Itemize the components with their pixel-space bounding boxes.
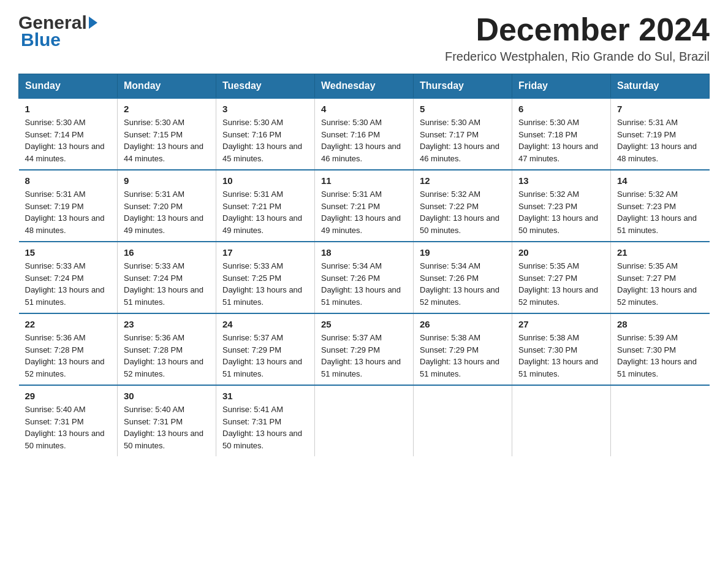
day-number: 11	[321, 175, 407, 186]
day-info: Sunrise: 5:33 AMSunset: 7:25 PMDaylight:…	[222, 260, 308, 308]
header-saturday: Saturday	[611, 74, 710, 99]
day-number: 8	[25, 175, 112, 186]
day-number: 6	[518, 104, 604, 114]
calendar-cell: 6Sunrise: 5:30 AMSunset: 7:18 PMDaylight…	[512, 98, 611, 170]
day-info: Sunrise: 5:31 AMSunset: 7:19 PMDaylight:…	[25, 188, 112, 236]
day-info: Sunrise: 5:37 AMSunset: 7:29 PMDaylight:…	[321, 332, 407, 380]
header-thursday: Thursday	[414, 74, 512, 99]
page-title: December 2024	[445, 12, 710, 47]
day-info: Sunrise: 5:31 AMSunset: 7:20 PMDaylight:…	[124, 188, 210, 236]
day-number: 12	[420, 175, 506, 186]
day-number: 29	[25, 391, 112, 401]
calendar-cell: 18Sunrise: 5:34 AMSunset: 7:26 PMDayligh…	[315, 242, 414, 313]
day-number: 4	[321, 104, 407, 114]
day-number: 21	[617, 247, 703, 258]
calendar-cell: 2Sunrise: 5:30 AMSunset: 7:15 PMDaylight…	[118, 98, 216, 170]
day-number: 20	[518, 247, 604, 258]
logo-arrow-icon	[89, 17, 97, 29]
day-number: 25	[321, 319, 407, 329]
day-info: Sunrise: 5:30 AMSunset: 7:18 PMDaylight:…	[518, 117, 604, 164]
day-info: Sunrise: 5:40 AMSunset: 7:31 PMDaylight:…	[124, 404, 210, 451]
calendar-cell: 1Sunrise: 5:30 AMSunset: 7:14 PMDaylight…	[19, 98, 118, 170]
calendar-cell: 20Sunrise: 5:35 AMSunset: 7:27 PMDayligh…	[512, 242, 611, 313]
day-number: 18	[321, 247, 407, 258]
calendar-cell: 22Sunrise: 5:36 AMSunset: 7:28 PMDayligh…	[19, 313, 118, 385]
calendar-cell: 21Sunrise: 5:35 AMSunset: 7:27 PMDayligh…	[611, 242, 710, 313]
calendar-cell: 13Sunrise: 5:32 AMSunset: 7:23 PMDayligh…	[512, 170, 611, 242]
day-info: Sunrise: 5:32 AMSunset: 7:23 PMDaylight:…	[518, 188, 604, 236]
calendar-week-1: 1Sunrise: 5:30 AMSunset: 7:14 PMDaylight…	[19, 98, 710, 170]
calendar-cell: 10Sunrise: 5:31 AMSunset: 7:21 PMDayligh…	[216, 170, 315, 242]
day-info: Sunrise: 5:32 AMSunset: 7:23 PMDaylight:…	[617, 188, 703, 236]
calendar-cell	[512, 385, 611, 456]
day-info: Sunrise: 5:33 AMSunset: 7:24 PMDaylight:…	[25, 260, 112, 308]
calendar-cell: 9Sunrise: 5:31 AMSunset: 7:20 PMDaylight…	[118, 170, 216, 242]
day-info: Sunrise: 5:37 AMSunset: 7:29 PMDaylight:…	[222, 332, 308, 380]
day-info: Sunrise: 5:30 AMSunset: 7:16 PMDaylight:…	[321, 117, 407, 164]
calendar-cell: 25Sunrise: 5:37 AMSunset: 7:29 PMDayligh…	[315, 313, 414, 385]
day-number: 13	[518, 175, 604, 186]
calendar-week-4: 22Sunrise: 5:36 AMSunset: 7:28 PMDayligh…	[19, 313, 710, 385]
header-tuesday: Tuesday	[216, 74, 315, 99]
calendar-week-3: 15Sunrise: 5:33 AMSunset: 7:24 PMDayligh…	[19, 242, 710, 313]
calendar-cell: 27Sunrise: 5:38 AMSunset: 7:30 PMDayligh…	[512, 313, 611, 385]
day-info: Sunrise: 5:33 AMSunset: 7:24 PMDaylight:…	[124, 260, 210, 308]
day-number: 19	[420, 247, 506, 258]
calendar-cell: 28Sunrise: 5:39 AMSunset: 7:30 PMDayligh…	[611, 313, 710, 385]
day-number: 2	[124, 104, 210, 114]
day-number: 5	[420, 104, 506, 114]
calendar-week-2: 8Sunrise: 5:31 AMSunset: 7:19 PMDaylight…	[19, 170, 710, 242]
calendar-cell: 23Sunrise: 5:36 AMSunset: 7:28 PMDayligh…	[118, 313, 216, 385]
page-header: General Blue December 2024 Frederico Wes…	[18, 12, 710, 64]
calendar-cell: 17Sunrise: 5:33 AMSunset: 7:25 PMDayligh…	[216, 242, 315, 313]
day-info: Sunrise: 5:31 AMSunset: 7:21 PMDaylight:…	[321, 188, 407, 236]
day-info: Sunrise: 5:36 AMSunset: 7:28 PMDaylight:…	[25, 332, 112, 380]
calendar-cell: 16Sunrise: 5:33 AMSunset: 7:24 PMDayligh…	[118, 242, 216, 313]
calendar-cell: 30Sunrise: 5:40 AMSunset: 7:31 PMDayligh…	[118, 385, 216, 456]
header-row: SundayMondayTuesdayWednesdayThursdayFrid…	[19, 74, 710, 99]
day-number: 27	[518, 319, 604, 329]
day-number: 1	[25, 104, 112, 114]
calendar-cell: 7Sunrise: 5:31 AMSunset: 7:19 PMDaylight…	[611, 98, 710, 170]
calendar-cell: 12Sunrise: 5:32 AMSunset: 7:22 PMDayligh…	[414, 170, 512, 242]
day-info: Sunrise: 5:30 AMSunset: 7:15 PMDaylight:…	[124, 117, 210, 164]
day-number: 23	[124, 319, 210, 329]
day-info: Sunrise: 5:38 AMSunset: 7:30 PMDaylight:…	[518, 332, 604, 380]
calendar-table: SundayMondayTuesdayWednesdayThursdayFrid…	[18, 74, 710, 456]
day-info: Sunrise: 5:41 AMSunset: 7:31 PMDaylight:…	[222, 404, 308, 451]
calendar-cell: 31Sunrise: 5:41 AMSunset: 7:31 PMDayligh…	[216, 385, 315, 456]
logo: General Blue	[18, 12, 99, 50]
day-info: Sunrise: 5:31 AMSunset: 7:19 PMDaylight:…	[617, 117, 703, 164]
calendar-cell: 29Sunrise: 5:40 AMSunset: 7:31 PMDayligh…	[19, 385, 118, 456]
day-info: Sunrise: 5:34 AMSunset: 7:26 PMDaylight:…	[420, 260, 506, 308]
day-info: Sunrise: 5:40 AMSunset: 7:31 PMDaylight:…	[25, 404, 112, 451]
day-number: 15	[25, 247, 112, 258]
day-number: 30	[124, 391, 210, 401]
day-info: Sunrise: 5:31 AMSunset: 7:21 PMDaylight:…	[222, 188, 308, 236]
day-number: 28	[617, 319, 703, 329]
header-wednesday: Wednesday	[315, 74, 414, 99]
day-number: 31	[222, 391, 308, 401]
day-info: Sunrise: 5:30 AMSunset: 7:14 PMDaylight:…	[25, 117, 112, 164]
calendar-cell	[315, 385, 414, 456]
calendar-cell: 11Sunrise: 5:31 AMSunset: 7:21 PMDayligh…	[315, 170, 414, 242]
calendar-cell: 26Sunrise: 5:38 AMSunset: 7:29 PMDayligh…	[414, 313, 512, 385]
day-info: Sunrise: 5:35 AMSunset: 7:27 PMDaylight:…	[518, 260, 604, 308]
day-info: Sunrise: 5:36 AMSunset: 7:28 PMDaylight:…	[124, 332, 210, 380]
calendar-cell: 19Sunrise: 5:34 AMSunset: 7:26 PMDayligh…	[414, 242, 512, 313]
calendar-cell	[414, 385, 512, 456]
header-sunday: Sunday	[19, 74, 118, 99]
calendar-cell: 8Sunrise: 5:31 AMSunset: 7:19 PMDaylight…	[19, 170, 118, 242]
day-info: Sunrise: 5:38 AMSunset: 7:29 PMDaylight:…	[420, 332, 506, 380]
header-monday: Monday	[118, 74, 216, 99]
day-number: 3	[222, 104, 308, 114]
day-info: Sunrise: 5:39 AMSunset: 7:30 PMDaylight:…	[617, 332, 703, 380]
day-number: 14	[617, 175, 703, 186]
calendar-cell: 5Sunrise: 5:30 AMSunset: 7:17 PMDaylight…	[414, 98, 512, 170]
day-info: Sunrise: 5:30 AMSunset: 7:17 PMDaylight:…	[420, 117, 506, 164]
calendar-cell	[611, 385, 710, 456]
day-number: 17	[222, 247, 308, 258]
calendar-cell: 3Sunrise: 5:30 AMSunset: 7:16 PMDaylight…	[216, 98, 315, 170]
calendar-header: SundayMondayTuesdayWednesdayThursdayFrid…	[19, 74, 710, 99]
day-number: 26	[420, 319, 506, 329]
